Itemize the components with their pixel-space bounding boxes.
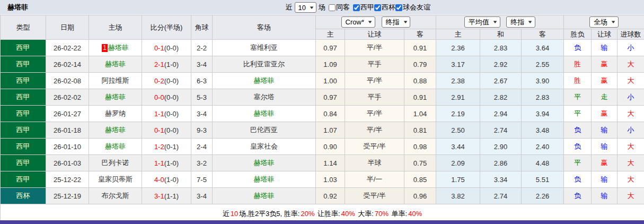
la-liga-checkbox[interactable] <box>353 4 360 11</box>
away-team[interactable]: 塞维利亚 <box>250 44 278 51</box>
col-corner: 角球 <box>191 15 213 40</box>
home-team[interactable]: 阿拉维斯 <box>102 76 129 84</box>
league-cell: 西甲 <box>1 155 46 171</box>
home-team[interactable]: 赫塔菲 <box>105 126 126 134</box>
odds-stage-select-2[interactable]: 终指▼ <box>506 16 535 28</box>
scope-select[interactable]: 全场▼ <box>589 16 619 28</box>
away-team[interactable]: 比利亚雷亚尔 <box>243 60 285 68</box>
avg-away-cell: 3.64 <box>522 40 564 56</box>
result-winlose-cell: 负 <box>564 139 592 155</box>
avg-home-cell: 2.91 <box>436 89 480 106</box>
summary-segment: 40% <box>408 210 422 218</box>
odds-away-cell: 1.04 <box>404 106 436 122</box>
halftime-score: (1-0) <box>164 61 179 68</box>
result-handicap-cell: 赢 <box>592 106 617 122</box>
summary-segment: 10 <box>231 210 238 218</box>
same-away-checkbox[interactable] <box>329 4 336 11</box>
halftime-score: (1-1) <box>164 192 179 200</box>
away-team[interactable]: 塞尔塔 <box>254 93 275 101</box>
league-badge: 西甲 <box>1 171 46 187</box>
top-bar: 赫塔菲 近 10▼ 场 同客 西甲 西杯 球会友谊 <box>0 0 644 15</box>
odds-home-cell: 1.07 <box>316 122 345 139</box>
col-type: 类型 <box>1 15 46 40</box>
result-handicap-cell: 赢 <box>592 155 617 171</box>
recent-matches-select[interactable]: 10▼ <box>295 2 316 13</box>
avg-draw-cell: 3.34 <box>480 171 522 188</box>
avg-away-cell: 3.48 <box>522 122 564 139</box>
result-handicap-cell: 赢 <box>592 56 617 73</box>
home-team[interactable]: 赫塔菲 <box>105 93 126 101</box>
checkbox-friendly[interactable]: 球会友谊 <box>395 3 430 12</box>
fulltime-score: 0-2 <box>154 77 164 85</box>
copa-checkbox[interactable] <box>374 4 381 11</box>
avg-away-cell: 3.94 <box>522 106 564 122</box>
corner-cell: 5-3 <box>191 89 213 106</box>
recent-label-prefix: 近 <box>286 3 293 12</box>
date-cell: 26-01-10 <box>46 139 89 155</box>
corner-cell: 7-5 <box>191 171 213 188</box>
home-team[interactable]: 赫塔菲 <box>105 142 126 150</box>
odds-away-cell: 0.79 <box>404 56 436 73</box>
away-team[interactable]: 赫塔菲 <box>254 192 275 200</box>
home-cell: 赫塔菲 <box>89 122 142 139</box>
home-team[interactable]: 皇家贝蒂斯 <box>98 175 133 183</box>
league-cell: 西甲 <box>1 40 46 56</box>
odds-handicap-cell: 半/一 <box>345 171 404 188</box>
average-select[interactable]: 平均值▼ <box>464 16 500 28</box>
home-team[interactable]: 巴列卡诺 <box>102 159 129 167</box>
odds-stage-select-1[interactable]: 终指▼ <box>382 16 411 28</box>
date-cell: 26-02-22 <box>46 40 89 56</box>
chevron-down-icon: ▼ <box>308 5 314 10</box>
corner-cell: 9-3 <box>191 122 213 139</box>
home-team[interactable]: 赫塔菲 <box>105 60 126 68</box>
home-team[interactable]: 赫罗纳 <box>105 109 126 117</box>
chevron-down-icon: ▼ <box>610 20 616 24</box>
team-title: 赫塔菲 <box>7 3 28 12</box>
away-team[interactable]: 赫塔菲 <box>254 109 275 117</box>
away-team[interactable]: 赫塔菲 <box>254 159 275 167</box>
result-goals-cell: 大 <box>617 73 644 89</box>
col-date: 日期 <box>46 15 89 40</box>
recent-label-suffix: 场 <box>319 3 325 12</box>
bookmaker-select[interactable]: Crow*▼ <box>341 16 375 28</box>
home-team[interactable]: 布尔戈斯 <box>102 192 129 200</box>
corner-cell: 3-4 <box>191 106 213 122</box>
match-row: 西甲 26-01-03 巴列卡诺 1-1(1-0) 3-2 赫塔菲 1.14 半… <box>1 155 644 171</box>
match-row: 西甲 26-02-02 赫塔菲 0-0(0-0) 5-3 塞尔塔 0.97 平手… <box>1 89 644 106</box>
home-team[interactable]: 赫塔菲 <box>108 44 129 51</box>
corner-cell: 2-2 <box>191 40 213 56</box>
subcol-handicap-result: 让球 <box>592 29 617 40</box>
fulltime-score: 0-0 <box>154 93 164 101</box>
away-team[interactable]: 赫塔菲 <box>254 175 275 183</box>
subcol-odds-home: 主 <box>316 29 345 40</box>
halftime-score: (1-0) <box>164 159 179 167</box>
corner-cell: 3-4 <box>191 56 213 73</box>
odds-handicap-cell: 受平/半 <box>345 139 404 155</box>
table-header: 类型 日期 主场 比分(半场) 角球 客场 Crow*▼ 终指▼ 平均值▼ 终指… <box>1 15 644 40</box>
subcol-avg-home: 主 <box>436 29 480 40</box>
away-team[interactable]: 皇家社会 <box>250 142 278 150</box>
result-winlose-cell: 平 <box>564 89 592 106</box>
odds-handicap-cell: 平/半 <box>345 73 404 89</box>
odds-home-cell: 0.84 <box>316 106 345 122</box>
away-team[interactable]: 巴伦西亚 <box>250 126 278 134</box>
friendly-checkbox[interactable] <box>395 4 402 11</box>
away-cell: 赫塔菲 <box>213 155 316 171</box>
col-score: 比分(半场) <box>142 15 191 40</box>
date-cell: 25-12-19 <box>46 188 89 204</box>
checkbox-copa[interactable]: 西杯 <box>374 3 395 12</box>
checkbox-same-away[interactable]: 同客 <box>329 3 350 12</box>
odds-away-cell: 0.91 <box>404 40 436 56</box>
halftime-score: (1-0) <box>164 176 179 184</box>
subcol-odds-handicap: 让球 <box>345 29 404 40</box>
league-cell: 西甲 <box>1 89 46 106</box>
away-team[interactable]: 赫塔菲 <box>254 76 275 84</box>
home-cell: 巴列卡诺 <box>89 155 142 171</box>
away-cell: 皇家社会 <box>213 139 316 155</box>
checkbox-la-liga[interactable]: 西甲 <box>353 3 374 12</box>
odds-away-cell: 0.91 <box>404 89 436 106</box>
subcol-goals: 进球数 <box>617 29 644 40</box>
avg-home-cell: 2.50 <box>436 122 480 139</box>
date-cell: 25-12-22 <box>46 171 89 188</box>
odds-handicap-cell: 平手 <box>345 89 404 106</box>
